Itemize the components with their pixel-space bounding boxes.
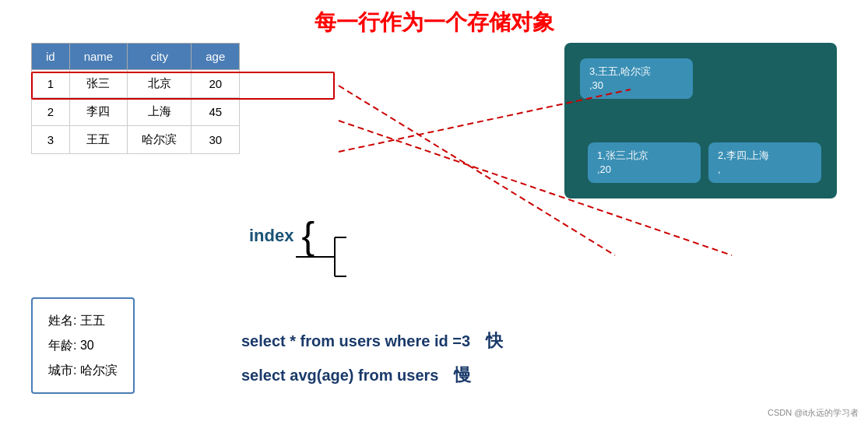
col-header-age: age	[192, 44, 240, 70]
cell-age: 20	[192, 70, 240, 98]
index-bracket-icon: {	[301, 220, 315, 253]
cell-city: 上海	[128, 98, 192, 126]
storage-card-zhangsan: 1,张三,北京 ,20	[588, 142, 701, 183]
sql-speed-1: 快	[486, 329, 503, 353]
sql-query-1: select * from users where id =3	[241, 332, 470, 350]
info-age: 年龄: 30	[48, 333, 118, 358]
cell-age: 30	[192, 126, 240, 154]
table-row: 2 李四 上海 45	[32, 98, 240, 126]
table-row: 1 张三 北京 20	[32, 70, 240, 98]
page-title: 每一行作为一个存储对象	[0, 8, 868, 37]
col-header-name: name	[69, 44, 128, 70]
cell-city: 哈尔滨	[128, 126, 192, 154]
index-label: index	[249, 226, 293, 246]
cell-name: 李四	[69, 98, 128, 126]
index-section: index {	[249, 226, 315, 253]
cell-city: 北京	[128, 70, 192, 98]
data-table: id name city age 1 张三 北京 20 2 李四 上海 45 3…	[31, 43, 240, 154]
info-name: 姓名: 王五	[48, 308, 118, 333]
sql-line-1: select * from users where id =3 快	[241, 329, 503, 353]
info-box: 姓名: 王五 年龄: 30 城市: 哈尔滨	[31, 297, 135, 394]
sql-section: select * from users where id =3 快 select…	[241, 329, 503, 398]
sql-speed-2: 慢	[454, 364, 471, 387]
storage-visualization: 3,王五,哈尔滨 ,30 1,张三,北京 ,20 2,李四,上海,	[564, 43, 837, 198]
info-city: 城市: 哈尔滨	[48, 358, 118, 383]
sql-query-2: select avg(age) from users	[241, 367, 438, 385]
sql-line-2: select avg(age) from users 慢	[241, 364, 503, 387]
col-header-city: city	[128, 44, 192, 70]
storage-card-wangwu: 3,王五,哈尔滨 ,30	[580, 58, 693, 99]
data-table-container: id name city age 1 张三 北京 20 2 李四 上海 45 3…	[31, 43, 240, 154]
cell-name: 王五	[69, 126, 128, 154]
cell-id: 3	[32, 126, 70, 154]
watermark: CSDN @it永远的学习者	[768, 407, 859, 419]
col-header-id: id	[32, 44, 70, 70]
table-row: 3 王五 哈尔滨 30	[32, 126, 240, 154]
storage-card-lisi: 2,李四,上海,	[708, 142, 821, 183]
cell-id: 1	[32, 70, 70, 98]
cell-age: 45	[192, 98, 240, 126]
cell-name: 张三	[69, 70, 128, 98]
cell-id: 2	[32, 98, 70, 126]
